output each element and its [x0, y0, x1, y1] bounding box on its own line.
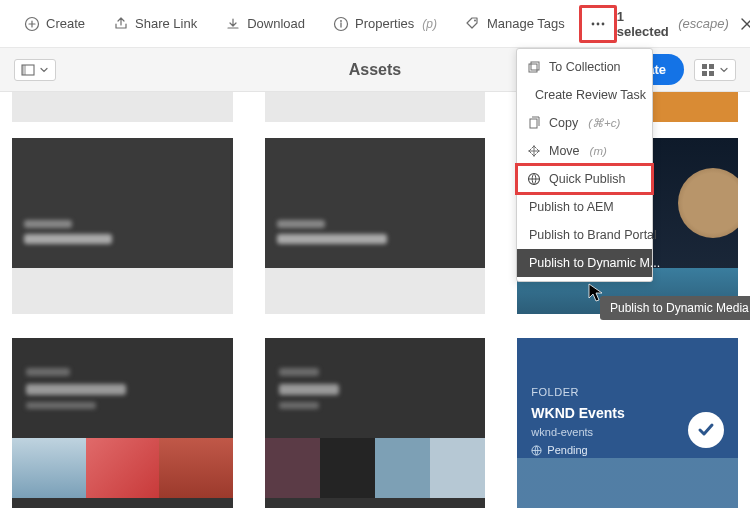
info-icon: [333, 16, 349, 32]
create-action[interactable]: Create: [10, 10, 99, 38]
menu-review-task[interactable]: Create Review Task: [517, 81, 652, 109]
manage-tags-action[interactable]: Manage Tags: [451, 10, 579, 38]
asset-folder-card[interactable]: [12, 338, 233, 508]
chevron-down-icon: [39, 65, 49, 75]
rail-toggle[interactable]: [14, 59, 56, 81]
asset-card[interactable]: [265, 92, 486, 122]
globe-icon: [531, 445, 542, 456]
folder-title: WKND Events: [531, 402, 624, 424]
deselect-button[interactable]: [735, 10, 750, 38]
action-bar: Create Share Link Download Properties (p…: [0, 0, 750, 48]
menu-move[interactable]: Move (m): [517, 137, 652, 165]
menu-label: Move: [549, 144, 580, 158]
ellipsis-icon: [589, 15, 607, 33]
svg-rect-12: [702, 71, 707, 76]
svg-rect-8: [22, 65, 26, 75]
tooltip: Publish to Dynamic Media: [600, 296, 750, 320]
asset-folder-card[interactable]: [12, 138, 233, 314]
collection-icon: [527, 60, 541, 74]
share-label: Share Link: [135, 16, 197, 31]
download-action[interactable]: Download: [211, 10, 319, 38]
menu-shortcut: (m): [590, 145, 607, 157]
menu-label: Publish to Dynamic M...: [529, 256, 660, 270]
selected-card-meta: FOLDER WKND Events wknd-events Pending: [531, 384, 624, 459]
menu-label: To Collection: [549, 60, 621, 74]
more-actions-menu: To Collection Create Review Task Copy (⌘…: [516, 48, 653, 282]
folder-subtitle: wknd-events: [531, 424, 624, 442]
svg-point-5: [596, 22, 599, 25]
tag-icon: [465, 16, 481, 32]
selection-info: 1 selected (escape): [617, 9, 750, 39]
menu-to-collection[interactable]: To Collection: [517, 53, 652, 81]
menu-label: Publish to Brand Portal: [529, 228, 657, 242]
folder-status: Pending: [547, 442, 587, 460]
globe-icon: [527, 172, 541, 186]
properties-action[interactable]: Properties (p): [319, 10, 451, 38]
menu-publish-brand[interactable]: Publish to Brand Portal: [517, 221, 652, 249]
svg-rect-10: [702, 64, 707, 69]
move-icon: [527, 144, 541, 158]
svg-point-4: [591, 22, 594, 25]
selected-check-icon: [688, 412, 724, 448]
menu-quick-publish[interactable]: Quick Publish: [517, 165, 652, 193]
copy-icon: [527, 116, 541, 130]
asset-folder-card[interactable]: [265, 138, 486, 314]
asset-card[interactable]: [12, 92, 233, 122]
svg-rect-18: [530, 119, 537, 128]
rail-icon: [21, 63, 35, 77]
asset-folder-card[interactable]: [265, 338, 486, 508]
menu-copy[interactable]: Copy (⌘+c): [517, 109, 652, 137]
menu-publish-aem[interactable]: Publish to AEM: [517, 193, 652, 221]
chevron-down-icon: [719, 65, 729, 75]
folder-label: FOLDER: [531, 384, 624, 402]
properties-label: Properties: [355, 16, 414, 31]
tags-label: Manage Tags: [487, 16, 565, 31]
view-switch[interactable]: [694, 59, 736, 81]
share-link-action[interactable]: Share Link: [99, 10, 211, 38]
plus-circle-icon: [24, 16, 40, 32]
svg-rect-11: [709, 64, 714, 69]
menu-shortcut: (⌘+c): [588, 116, 620, 130]
download-icon: [225, 16, 241, 32]
svg-point-3: [474, 19, 476, 21]
download-label: Download: [247, 16, 305, 31]
asset-folder-card-selected[interactable]: FOLDER WKND Events wknd-events Pending: [517, 338, 738, 508]
menu-label: Publish to AEM: [529, 200, 614, 214]
selection-escape-hint: (escape): [678, 16, 729, 31]
share-icon: [113, 16, 129, 32]
svg-rect-13: [709, 71, 714, 76]
more-actions-highlight: [579, 5, 617, 43]
selection-count: 1 selected: [617, 9, 672, 39]
menu-label: Quick Publish: [549, 172, 625, 186]
menu-label: Create Review Task: [535, 88, 646, 102]
more-actions-button[interactable]: [582, 8, 614, 40]
close-icon: [740, 17, 750, 31]
properties-shortcut: (p): [422, 17, 437, 31]
grid-icon: [701, 63, 715, 77]
menu-publish-dynamic[interactable]: Publish to Dynamic M...: [517, 249, 652, 277]
svg-point-2: [340, 20, 342, 22]
svg-rect-15: [529, 64, 537, 72]
create-label: Create: [46, 16, 85, 31]
svg-point-6: [601, 22, 604, 25]
svg-rect-16: [531, 62, 539, 70]
menu-label: Copy: [549, 116, 578, 130]
